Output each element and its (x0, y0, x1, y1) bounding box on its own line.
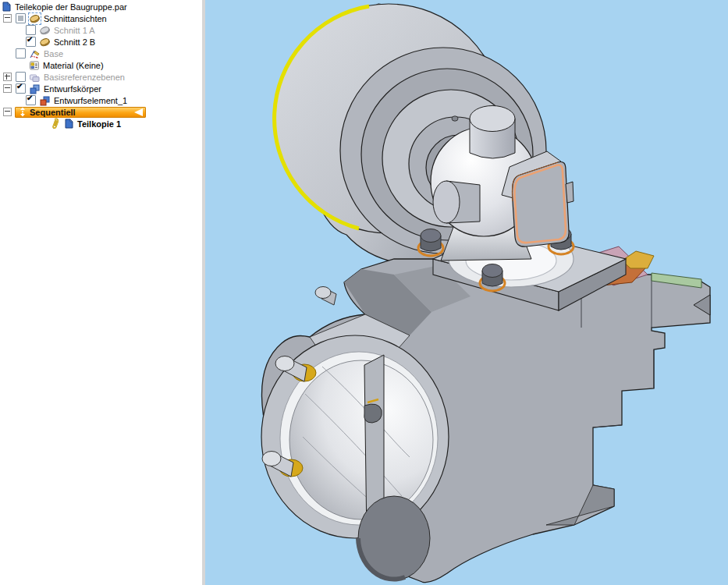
bore-notch-top (364, 404, 382, 423)
side-boss-face[interactable] (433, 181, 460, 223)
sequential-reorder-icon (19, 107, 27, 117)
tree-item-label: Schnitt 1 A (54, 26, 95, 35)
design-body-icon (29, 83, 41, 94)
tree-root-label: Teilekopie der Baugruppe.par (15, 2, 127, 12)
paperclip-icon (50, 118, 60, 129)
collapse-toggle[interactable] (3, 108, 12, 116)
tree-item-schnitt1a[interactable]: Schnitt 1 A (0, 24, 202, 36)
visibility-checkbox[interactable] (16, 13, 26, 23)
expand-toggle[interactable] (3, 73, 12, 81)
pathfinder-panel: Teilekopie der Baugruppe.par Schnittansi… (0, 0, 202, 585)
collapse-toggle[interactable] (3, 84, 12, 93)
tree-item-base[interactable]: Base (0, 48, 202, 59)
valve-stem-top[interactable] (470, 106, 515, 132)
visibility-checkbox[interactable] (16, 72, 26, 82)
visibility-checkbox[interactable] (26, 25, 36, 35)
collapse-arrow-icon[interactable] (134, 108, 143, 116)
tree-item-entwurfskoerper[interactable]: Entwurfskörper (0, 83, 202, 94)
tree-item-teilkopie1[interactable]: Teilkopie 1 (0, 118, 202, 129)
tree-item-basisreferenzebenen[interactable]: Basisreferenzebenen (0, 71, 202, 83)
tree-item-label: Material (Keine) (43, 61, 104, 70)
part-document-icon (2, 2, 12, 12)
application-window: Teilekopie der Baugruppe.par Schnittansi… (0, 0, 728, 585)
tree-group-sequentiell[interactable]: Sequentiell (0, 106, 202, 118)
tree-item-label: Schnittansichten (44, 14, 107, 23)
tree-item-material[interactable]: Material (Keine) (0, 59, 202, 71)
tree-item-schnitt2b[interactable]: Schnitt 2 B (0, 36, 202, 48)
reference-planes-icon (29, 72, 41, 83)
sketch-icon (29, 48, 41, 59)
tree-root-item[interactable]: Teilekopie der Baugruppe.par (0, 1, 202, 12)
group-bar-label: Sequentiell (30, 108, 76, 117)
tree-item-label: Teilkopie 1 (77, 119, 121, 129)
visibility-checkbox[interactable] (16, 48, 26, 58)
3d-viewport[interactable] (205, 0, 728, 585)
tree-item-label: Entwurfskörper (44, 84, 101, 94)
tree-item-label: Schnitt 2 B (54, 37, 95, 47)
tree-item-schnittansichten[interactable]: Schnittansichten (0, 12, 202, 24)
visibility-checkbox[interactable] (26, 95, 36, 105)
section-view-icon-gold (39, 37, 51, 48)
face-hole (452, 116, 458, 121)
sequential-group-bar[interactable]: Sequentiell (15, 107, 146, 118)
tree-item-label: Basisreferenzebenen (44, 73, 125, 82)
visibility-checkbox[interactable] (16, 83, 26, 94)
part-copy-icon (64, 119, 74, 129)
design-element-icon (39, 95, 51, 106)
tree-item-label: Base (44, 49, 63, 58)
section-view-group-icon (29, 13, 41, 24)
tree-item-entwurfselement1[interactable]: Entwurfselement_1 (0, 94, 202, 106)
valve-block-tab (566, 182, 574, 203)
visibility-checkbox[interactable] (26, 37, 36, 47)
tree-item-label: Entwurfselement_1 (54, 96, 127, 105)
section-view-icon-gray (39, 25, 51, 36)
material-icon (29, 60, 40, 71)
collapse-toggle[interactable] (3, 14, 12, 23)
